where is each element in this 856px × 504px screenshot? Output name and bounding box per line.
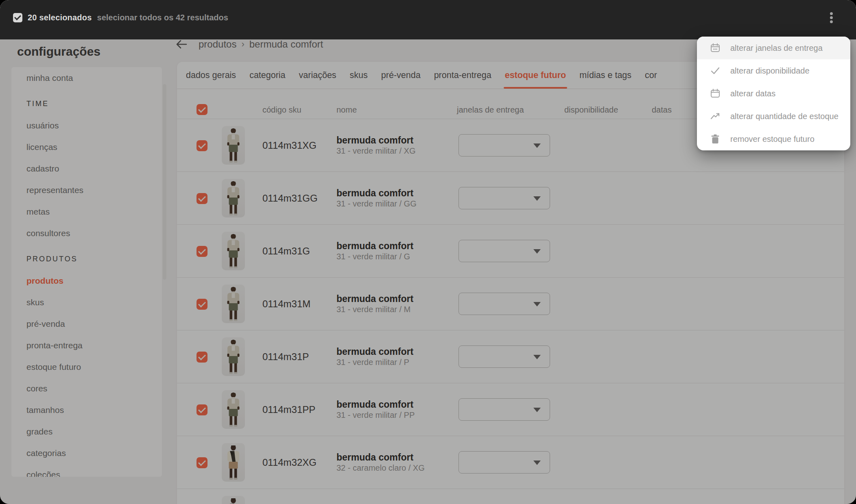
chevron-down-icon — [533, 143, 541, 148]
product-image — [222, 390, 245, 429]
menu-item[interactable]: alterar datas — [697, 82, 850, 105]
selected-count-label: 20 selecionados — [28, 13, 92, 22]
sidebar-item[interactable]: metas — [26, 201, 162, 222]
sidebar-item[interactable]: minha conta — [26, 67, 162, 89]
sidebar-item[interactable]: TIME — [26, 93, 162, 115]
tab[interactable]: pronta-entrega — [434, 62, 491, 89]
row-checkbox[interactable] — [197, 404, 207, 415]
select-all-checkbox[interactable] — [13, 13, 22, 22]
product-name-cell: bermuda comfort 31 - verde militar / M — [336, 278, 413, 330]
table-row: 0114m31P bermuda comfort 31 - verde mili… — [177, 330, 844, 383]
column-header-nome: nome — [336, 105, 357, 115]
breadcrumb: produtos › bermuda comfort — [175, 37, 323, 51]
tab[interactable]: pré-venda — [381, 62, 421, 89]
tab[interactable]: dados gerais — [186, 62, 236, 89]
tab[interactable]: estoque futuro — [505, 62, 566, 89]
settings-nav: minha conta TIME usuários licenças cadas… — [11, 67, 162, 477]
product-name-cell: bermuda comfort 31 - verde militar / XG — [336, 119, 416, 172]
sidebar-item[interactable]: pronta-entrega — [26, 335, 162, 356]
delivery-window-select[interactable] — [459, 134, 550, 156]
product-name: bermuda comfort — [336, 399, 415, 410]
select-all-results-button[interactable]: selecionar todos os 42 resultados — [97, 13, 228, 22]
page-title: configurações — [17, 45, 100, 59]
delivery-window-select[interactable] — [459, 187, 550, 209]
sidebar-item[interactable]: licenças — [26, 136, 162, 158]
product-photo-tan — [222, 496, 245, 504]
sidebar-item[interactable]: coleções — [26, 464, 162, 477]
product-name: bermuda comfort — [336, 293, 413, 304]
sidebar-item[interactable]: grades — [26, 421, 162, 442]
sidebar-item[interactable]: representantes — [26, 179, 162, 201]
tab[interactable]: variações — [299, 62, 336, 89]
header-checkbox[interactable] — [197, 104, 207, 115]
sidebar-item[interactable]: cadastro — [26, 158, 162, 179]
delivery-window-select[interactable] — [459, 398, 550, 421]
sidebar-item[interactable]: skus — [26, 291, 162, 313]
breadcrumb-parent[interactable]: produtos — [199, 39, 236, 50]
menu-item-label: alterar datas — [730, 89, 775, 98]
sidebar-item[interactable]: consultores — [26, 222, 162, 244]
sidebar-item[interactable]: usuários — [26, 115, 162, 136]
product-name-cell: bermuda comfort 31 - verde militar / GG — [336, 172, 417, 224]
sidebar-item[interactable]: cores — [26, 378, 162, 399]
breadcrumb-path[interactable]: produtos › bermuda comfort — [199, 39, 323, 50]
more-options-button[interactable] — [824, 10, 838, 26]
sku-table: 0114m31XG bermuda comfort 31 - verde mil… — [177, 119, 844, 504]
sidebar-item[interactable]: pré-venda — [26, 313, 162, 335]
product-name-cell: bermuda comfort 31 - verde militar / PP — [336, 383, 415, 436]
row-checkbox[interactable] — [197, 246, 207, 257]
trash-icon — [710, 134, 721, 144]
trend-up-icon — [710, 111, 721, 122]
delivery-window-select[interactable] — [459, 451, 550, 474]
calendar-dots-icon — [710, 43, 721, 53]
menu-item[interactable]: alterar disponibilidade — [697, 59, 850, 82]
column-header-sku: código sku — [262, 105, 301, 115]
row-checkbox[interactable] — [197, 457, 207, 468]
product-variant: 31 - verde militar / M — [336, 304, 413, 315]
tab[interactable]: categoria — [249, 62, 285, 89]
back-button[interactable] — [175, 38, 188, 50]
sku-code: 0114m32XG — [262, 436, 317, 489]
tab[interactable]: cor — [645, 62, 657, 89]
sidebar-scrollbar[interactable] — [163, 84, 166, 280]
tab[interactable]: skus — [350, 62, 368, 89]
delivery-window-select[interactable] — [459, 345, 550, 368]
product-variant: 31 - verde militar / PP — [336, 410, 415, 420]
menu-item[interactable]: alterar janelas de entrega — [697, 37, 850, 59]
sidebar-item[interactable]: PRODUTOS — [26, 248, 162, 270]
sidebar-item[interactable]: estoque futuro — [26, 356, 162, 378]
chevron-down-icon — [533, 302, 541, 306]
product-photo-olive — [222, 390, 245, 429]
delivery-window-select[interactable] — [459, 240, 550, 262]
sidebar-item[interactable]: produtos — [26, 270, 162, 291]
row-checkbox[interactable] — [197, 299, 207, 310]
product-image — [222, 337, 245, 376]
column-header-janelas: janelas de entrega — [457, 105, 524, 115]
product-image — [222, 232, 245, 270]
product-name: bermuda comfort — [336, 135, 416, 146]
row-checkbox[interactable] — [197, 140, 207, 151]
breadcrumb-separator: › — [241, 39, 244, 50]
table-row — [177, 489, 844, 504]
chevron-down-icon — [533, 249, 541, 254]
tab[interactable]: mídias e tags — [579, 62, 631, 89]
delivery-window-select[interactable] — [459, 293, 550, 315]
app-window: 20 selecionados selecionar todos os 42 r… — [0, 0, 856, 504]
sidebar-item[interactable]: tamanhos — [26, 399, 162, 421]
product-variant: 31 - verde militar / G — [336, 252, 413, 262]
menu-item-label: alterar disponibilidade — [730, 66, 810, 76]
sku-code: 0114m31PP — [262, 383, 315, 436]
row-checkbox[interactable] — [197, 193, 207, 204]
check-icon — [710, 65, 721, 76]
menu-item[interactable]: remover estoque futuro — [697, 128, 850, 150]
chevron-down-icon — [533, 461, 541, 465]
row-checkbox[interactable] — [197, 352, 207, 363]
sku-code: 0114m31XG — [262, 119, 317, 172]
sidebar-item[interactable]: categorias — [26, 442, 162, 464]
product-name-cell: bermuda comfort 31 - verde militar / P — [336, 330, 413, 383]
product-name: bermuda comfort — [336, 241, 413, 252]
menu-item[interactable]: alterar quantidade de estoque — [697, 105, 850, 128]
table-row: 0114m31M bermuda comfort 31 - verde mili… — [177, 278, 844, 330]
selection-bar: 20 selecionados selecionar todos os 42 r… — [0, 0, 856, 39]
chevron-down-icon — [533, 196, 541, 201]
